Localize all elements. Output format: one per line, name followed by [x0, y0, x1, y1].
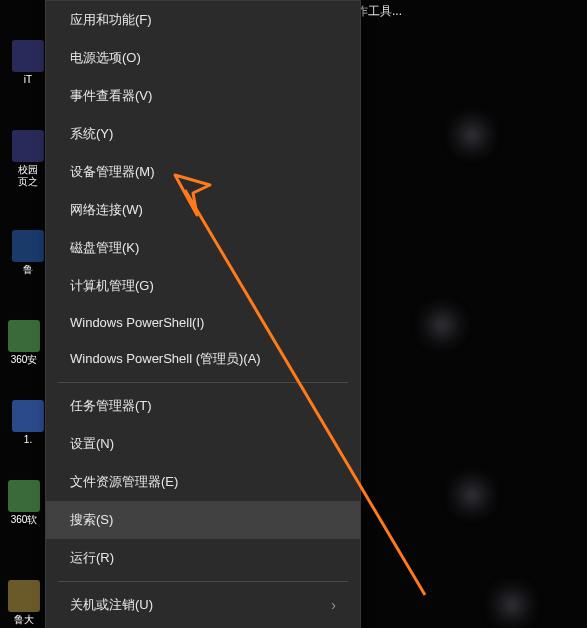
desktop-icon-label: 页之 — [8, 176, 48, 188]
menu-item-label: 搜索(S) — [70, 511, 113, 529]
desktop-icon-image — [8, 580, 40, 612]
menu-item-label: 系统(Y) — [70, 125, 113, 143]
menu-item[interactable]: 桌面(D) — [46, 624, 360, 628]
desktop-icon[interactable]: 360安 — [4, 320, 44, 366]
chevron-right-icon: › — [331, 597, 336, 613]
menu-item-label: 事件查看器(V) — [70, 87, 152, 105]
desktop-icon[interactable]: iT — [8, 40, 48, 86]
menu-item-label: 设备管理器(M) — [70, 163, 155, 181]
menu-separator — [58, 382, 348, 383]
menu-item-label: 磁盘管理(K) — [70, 239, 139, 257]
blurred-desktop-icon — [447, 110, 497, 160]
menu-item[interactable]: 系统(Y) — [46, 115, 360, 153]
menu-item[interactable]: 设置(N) — [46, 425, 360, 463]
menu-item[interactable]: Windows PowerShell(I) — [46, 305, 360, 340]
blurred-desktop-icon — [487, 580, 537, 628]
desktop-icon[interactable]: 校园 页之 — [8, 130, 48, 188]
menu-item[interactable]: 运行(R) — [46, 539, 360, 577]
desktop-icon-label: 校园 — [8, 164, 48, 176]
menu-item[interactable]: 文件资源管理器(E) — [46, 463, 360, 501]
desktop-icon-label: 鲁 — [8, 264, 48, 276]
menu-item[interactable]: 任务管理器(T) — [46, 387, 360, 425]
menu-item[interactable]: 设备管理器(M) — [46, 153, 360, 191]
menu-item-label: 关机或注销(U) — [70, 596, 153, 614]
desktop-icon-label: 360软 — [4, 514, 44, 526]
menu-item-label: 运行(R) — [70, 549, 114, 567]
menu-item-label: Windows PowerShell(I) — [70, 315, 204, 330]
desktop-icon-image — [8, 480, 40, 512]
menu-item[interactable]: 计算机管理(G) — [46, 267, 360, 305]
desktop-icon-label: iT — [8, 74, 48, 86]
menu-item-label: 任务管理器(T) — [70, 397, 152, 415]
menu-separator — [58, 581, 348, 582]
desktop-icon[interactable]: 1. — [8, 400, 48, 446]
menu-item[interactable]: 关机或注销(U)› — [46, 586, 360, 624]
menu-item-label: Windows PowerShell (管理员)(A) — [70, 350, 261, 368]
desktop-icon[interactable]: 360软 — [4, 480, 44, 526]
menu-item-label: 计算机管理(G) — [70, 277, 154, 295]
desktop-icon-image — [8, 320, 40, 352]
menu-item-label: 设置(N) — [70, 435, 114, 453]
menu-item[interactable]: 应用和功能(F) — [46, 1, 360, 39]
desktop-icon-image — [12, 130, 44, 162]
desktop-icon-image — [12, 40, 44, 72]
desktop-icon-image — [12, 400, 44, 432]
desktop-icon[interactable]: 鲁 — [8, 230, 48, 276]
desktop-icon-label: 360安 — [4, 354, 44, 366]
menu-item[interactable]: 网络连接(W) — [46, 191, 360, 229]
desktop-icon-label: 鲁大 — [4, 614, 44, 626]
menu-item-label: 网络连接(W) — [70, 201, 143, 219]
menu-item-label: 电源选项(O) — [70, 49, 141, 67]
blurred-desktop-icon — [447, 470, 497, 520]
menu-item-label: 应用和功能(F) — [70, 11, 152, 29]
menu-item[interactable]: 电源选项(O) — [46, 39, 360, 77]
blurred-desktop-icon — [417, 300, 467, 350]
menu-item[interactable]: Windows PowerShell (管理员)(A) — [46, 340, 360, 378]
desktop-icon-label: 1. — [8, 434, 48, 446]
winx-context-menu: 应用和功能(F)电源选项(O)事件查看器(V)系统(Y)设备管理器(M)网络连接… — [45, 0, 361, 628]
menu-item[interactable]: 磁盘管理(K) — [46, 229, 360, 267]
menu-item[interactable]: 事件查看器(V) — [46, 77, 360, 115]
desktop-icon[interactable]: 鲁大 — [4, 580, 44, 626]
menu-item[interactable]: 搜索(S) — [46, 501, 360, 539]
menu-item-label: 文件资源管理器(E) — [70, 473, 178, 491]
partial-window-title: 作工具... — [356, 3, 402, 20]
desktop-icon-image — [12, 230, 44, 262]
